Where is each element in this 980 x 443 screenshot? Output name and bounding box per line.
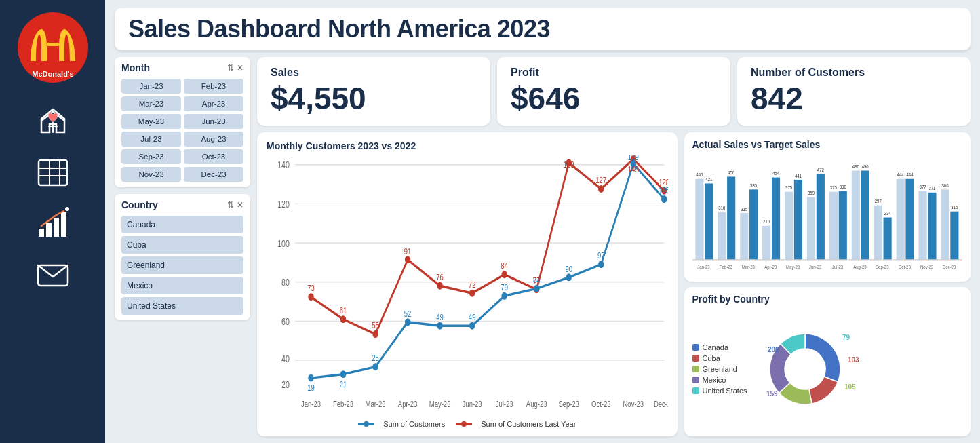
- kpi-row: Sales $4,550 Profit $646 Number of Custo…: [257, 57, 971, 126]
- svg-rect-132: [896, 178, 904, 259]
- left-panel: Month ⇅ ✕ Jan-23Feb-23Mar-23Apr-23May-23…: [115, 57, 250, 436]
- svg-text:21: 21: [340, 379, 347, 388]
- svg-point-48: [598, 185, 604, 193]
- month-btn-nov23[interactable]: Nov-23: [121, 167, 181, 182]
- month-btn-jul23[interactable]: Jul-23: [121, 132, 181, 147]
- legend-lastyear-label: Sum of Customers Last Year: [481, 420, 576, 428]
- month-btn-jan23[interactable]: Jan-23: [121, 79, 181, 94]
- svg-text:100: 100: [277, 238, 290, 249]
- line-chart-legend: Sum of Customers Sum of Customers Last Y…: [267, 420, 668, 428]
- svg-text:Aug-23: Aug-23: [526, 399, 547, 408]
- svg-text:472: 472: [817, 167, 823, 172]
- bar-chart-svg: 446 421 Jan-23 318 456 Feb-23: [692, 154, 963, 275]
- svg-text:90: 90: [565, 264, 572, 273]
- month-filter-clear-icon[interactable]: ✕: [237, 63, 243, 73]
- svg-point-60: [598, 261, 604, 268]
- page-title: Sales Dashboard North America 2023: [128, 15, 957, 43]
- svg-point-39: [308, 293, 313, 301]
- svg-rect-97: [740, 212, 748, 259]
- svg-text:40: 40: [281, 353, 290, 364]
- svg-text:49: 49: [469, 312, 476, 321]
- home-icon: [36, 104, 70, 138]
- month-btn-mar23[interactable]: Mar-23: [121, 96, 181, 111]
- svg-text:315: 315: [951, 204, 958, 210]
- svg-point-59: [566, 273, 572, 281]
- svg-point-41: [372, 330, 378, 338]
- svg-rect-88: [705, 183, 713, 259]
- svg-point-45: [501, 271, 507, 278]
- nav-home[interactable]: [29, 100, 77, 141]
- svg-text:Dec-23: Dec-23: [942, 264, 956, 269]
- svg-text:Nov-23: Nov-23: [623, 399, 644, 408]
- svg-text:371: 371: [928, 185, 935, 191]
- svg-rect-117: [829, 191, 837, 259]
- svg-text:456: 456: [728, 170, 734, 175]
- svg-text:234: 234: [884, 210, 890, 216]
- table-icon: [36, 157, 70, 188]
- bar-chart-area: 446 421 Jan-23 318 456 Feb-23: [692, 154, 963, 275]
- svg-point-43: [437, 282, 442, 289]
- nav-email[interactable]: [29, 255, 77, 296]
- month-btn-aug23[interactable]: Aug-23: [184, 132, 243, 147]
- legend-item-united-states: United States: [692, 387, 747, 395]
- legend-item-mexico: Mexico: [692, 376, 747, 384]
- country-btn-cuba[interactable]: Cuba: [121, 236, 243, 254]
- svg-text:128: 128: [659, 177, 667, 186]
- country-btn-greenland[interactable]: Greenland: [121, 256, 243, 274]
- month-btn-apr23[interactable]: Apr-23: [184, 96, 243, 111]
- svg-rect-123: [861, 170, 869, 259]
- svg-text:421: 421: [705, 176, 712, 182]
- svg-rect-1: [47, 43, 59, 46]
- nav-table[interactable]: [29, 152, 77, 193]
- svg-text:Feb-23: Feb-23: [719, 264, 732, 269]
- country-btn-united-states[interactable]: United States: [121, 297, 243, 315]
- customers-value: 842: [751, 81, 957, 116]
- svg-text:25: 25: [372, 353, 379, 362]
- svg-text:103: 103: [848, 356, 859, 364]
- svg-rect-103: [771, 177, 779, 259]
- month-btn-jun23[interactable]: Jun-23: [184, 114, 243, 129]
- svg-point-40: [340, 315, 346, 323]
- svg-text:Mar-23: Mar-23: [365, 399, 385, 408]
- country-filter-clear-icon[interactable]: ✕: [237, 200, 243, 210]
- svg-text:359: 359: [807, 190, 814, 195]
- svg-text:441: 441: [794, 172, 801, 178]
- svg-rect-108: [793, 179, 802, 259]
- line-chart-area: 140 120 100 80 60 40 20 Jan-23 Feb-23 Ma…: [267, 155, 668, 416]
- svg-rect-137: [918, 191, 926, 259]
- profit-value: $646: [511, 81, 717, 116]
- month-btn-dec23[interactable]: Dec-23: [184, 167, 243, 182]
- svg-text:84: 84: [501, 261, 508, 270]
- svg-text:Oct-23: Oct-23: [898, 264, 910, 269]
- month-btn-may23[interactable]: May-23: [121, 114, 181, 129]
- nav-analytics[interactable]: [29, 204, 77, 244]
- svg-text:125: 125: [659, 186, 667, 195]
- monthly-customers-chart: Monthly Customers 2023 vs 2022 140: [257, 132, 678, 436]
- svg-text:Oct-23: Oct-23: [591, 399, 611, 408]
- country-filter-sort-icon[interactable]: ⇅: [227, 200, 234, 210]
- svg-text:76: 76: [436, 272, 444, 281]
- svg-rect-138: [928, 192, 936, 259]
- svg-text:Feb-23: Feb-23: [333, 399, 353, 408]
- customers-label: Number of Customers: [751, 66, 957, 79]
- svg-text:375: 375: [829, 185, 836, 190]
- svg-text:Jun-23: Jun-23: [463, 399, 482, 408]
- svg-rect-93: [727, 176, 735, 260]
- month-btn-oct23[interactable]: Oct-23: [184, 149, 243, 164]
- svg-text:120: 120: [277, 199, 290, 210]
- svg-text:105: 105: [844, 383, 856, 391]
- svg-text:159: 159: [766, 390, 778, 398]
- month-btn-sep23[interactable]: Sep-23: [121, 149, 181, 164]
- svg-text:377: 377: [919, 184, 926, 189]
- svg-rect-142: [941, 189, 949, 260]
- month-btn-feb23[interactable]: Feb-23: [184, 79, 243, 94]
- logo-area: McDonald's: [12, 7, 94, 88]
- svg-text:490: 490: [852, 163, 859, 169]
- svg-text:270: 270: [763, 218, 770, 224]
- month-filter-sort-icon[interactable]: ⇅: [227, 63, 234, 73]
- country-btn-canada[interactable]: Canada: [121, 216, 243, 233]
- svg-text:446: 446: [696, 172, 703, 177]
- country-btn-mexico[interactable]: Mexico: [121, 277, 243, 294]
- donut-legend: CanadaCubaGreenlandMexicoUnited States: [692, 343, 747, 395]
- sales-kpi: Sales $4,550: [257, 57, 490, 126]
